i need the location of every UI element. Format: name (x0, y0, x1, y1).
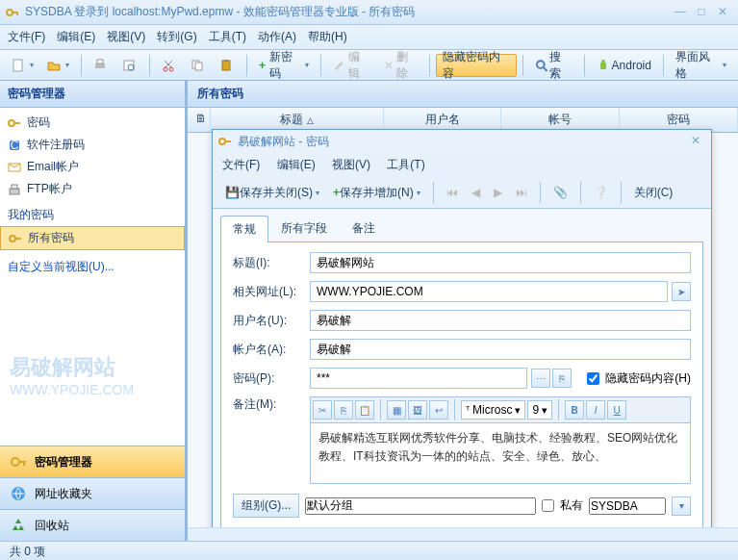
owner-field[interactable] (589, 497, 666, 515)
dialog-title: 易破解网站 - 密码 (238, 134, 686, 150)
label-memo: 备注(M): (233, 396, 310, 413)
side-nav: 密码管理器 网址收藏夹 回收站 (0, 445, 185, 541)
pwd-action1-icon[interactable]: ⋯ (531, 369, 550, 388)
android-button[interactable]: Android (591, 54, 657, 77)
menu-edit[interactable]: 编辑(E) (57, 29, 95, 45)
tree-item-all-passwords[interactable]: 所有密码 (0, 226, 185, 250)
svg-rect-23 (10, 189, 19, 194)
new-password-button[interactable]: +新密码▾ (253, 54, 315, 77)
status-count: 共 0 项 (10, 545, 45, 558)
maximize-button[interactable]: □ (692, 5, 711, 20)
copy-icon[interactable] (185, 54, 212, 77)
paste-icon-memo[interactable]: 📋 (355, 400, 374, 420)
nav-next-icon[interactable]: ▶ (489, 181, 507, 204)
title-field[interactable] (310, 252, 691, 273)
menubar: 文件(F) 编辑(E) 视图(V) 转到(G) 工具(T) 动作(A) 帮助(H… (0, 25, 738, 50)
dlg-menu-edit[interactable]: 编辑(E) (277, 158, 316, 171)
dlg-menu-view[interactable]: 视图(V) (332, 158, 370, 171)
new-doc-icon[interactable]: ▾ (6, 54, 39, 77)
svg-point-27 (12, 458, 19, 466)
attach-icon[interactable]: 📎 (548, 181, 573, 204)
font-select[interactable]: ᵀ Microsc ▾ (461, 400, 525, 420)
search-button[interactable]: 搜索 (529, 54, 578, 77)
hide-password-button[interactable]: 隐藏密码内容 (436, 54, 517, 77)
ui-style-button[interactable]: 界面风格▾ (670, 54, 732, 77)
underline-icon[interactable]: U (607, 400, 626, 420)
custom-view-link[interactable]: 自定义当前视图(U)... (0, 256, 185, 278)
dlg-menu-tools[interactable]: 工具(T) (387, 158, 424, 171)
copy-icon-memo[interactable]: ⎘ (334, 400, 353, 420)
tree-item-password[interactable]: 密码 (0, 112, 185, 134)
minimize-button[interactable]: — (671, 5, 690, 20)
scrollbar-h[interactable] (188, 527, 738, 541)
pwd-action2-icon[interactable]: ⎘ (552, 369, 572, 388)
menu-file[interactable]: 文件(F) (8, 29, 45, 45)
tab-memo[interactable]: 备注 (340, 215, 388, 242)
svg-rect-2 (16, 12, 18, 15)
table-icon[interactable]: ▦ (387, 400, 406, 420)
group-button[interactable]: 组别(G)... (233, 494, 299, 518)
help-icon[interactable]: ❔ (589, 181, 613, 204)
break-icon[interactable]: ↩ (429, 400, 448, 420)
close-button[interactable]: ✕ (713, 5, 732, 20)
dialog-titlebar: 易破解网站 - 密码 ✕ (213, 130, 711, 153)
save-add-button[interactable]: + 保存并增加(N)▾ (328, 181, 425, 204)
private-checkbox[interactable] (542, 499, 554, 512)
account-field[interactable] (310, 339, 691, 360)
cut-icon[interactable] (156, 54, 183, 77)
memo-textarea[interactable]: 易破解精选互联网优秀软件分享、电脑技术、经验教程、SEO网站优化教程、IT科技资… (310, 422, 691, 484)
nav-last-icon[interactable]: ⏭ (511, 181, 532, 204)
label-user: 用户名(U): (233, 313, 310, 329)
nav-password-manager[interactable]: 密码管理器 (0, 445, 185, 477)
menu-help[interactable]: 帮助(H) (308, 29, 347, 45)
edit-dialog: 易破解网站 - 密码 ✕ 文件(F) 编辑(E) 视图(V) 工具(T) 💾 保… (212, 129, 712, 533)
private-label: 私有 (560, 497, 583, 514)
svg-rect-16 (600, 63, 606, 69)
label-password: 密码(P): (233, 370, 310, 387)
delete-button[interactable]: ✕删除 (378, 54, 424, 77)
svg-text:C: C (11, 139, 19, 152)
image-icon[interactable]: 🖼 (408, 400, 427, 420)
menu-goto[interactable]: 转到(G) (157, 29, 196, 45)
group-field[interactable] (305, 497, 536, 515)
tab-general[interactable]: 常规 (220, 216, 268, 242)
col-icon[interactable]: 🗎 (188, 108, 211, 132)
owner-dropdown-icon[interactable]: ▾ (672, 496, 691, 516)
nav-first-icon[interactable]: ⏮ (442, 181, 463, 204)
svg-rect-32 (224, 140, 231, 142)
nav-bookmarks[interactable]: 网址收藏夹 (0, 477, 185, 509)
menu-action[interactable]: 动作(A) (258, 29, 296, 45)
window-title: SYSDBA 登录到 localhost:MyPwd.epmw - 效能密码管理… (25, 4, 671, 20)
tree-my-header: 我的密码 (0, 204, 185, 226)
dialog-close-button[interactable]: ✕ (686, 134, 705, 149)
svg-rect-12 (222, 61, 230, 70)
tree-item-software[interactable]: C软件注册码 (0, 134, 185, 156)
open-icon[interactable]: ▾ (41, 54, 75, 77)
bold-icon[interactable]: B (565, 400, 584, 420)
cut-icon-memo[interactable]: ✂ (313, 400, 332, 420)
hide-pwd-checkbox[interactable] (587, 372, 599, 385)
fontsize-select[interactable]: 9 ▾ (527, 400, 552, 420)
tab-all-fields[interactable]: 所有字段 (268, 215, 340, 242)
edit-button[interactable]: 编辑 (327, 54, 376, 77)
menu-view[interactable]: 视图(V) (107, 29, 145, 45)
menu-tools[interactable]: 工具(T) (209, 29, 246, 45)
url-go-icon[interactable]: ➤ (672, 282, 691, 301)
save-close-button[interactable]: 💾 保存并关闭(S)▾ (220, 181, 324, 204)
close-button-dlg[interactable]: 关闭(C) (629, 181, 678, 204)
url-field[interactable] (310, 281, 668, 302)
italic-icon[interactable]: I (586, 400, 605, 420)
password-field[interactable] (310, 368, 527, 389)
tree-item-ftp[interactable]: FTP帐户 (0, 178, 185, 200)
paste-icon[interactable] (214, 54, 241, 77)
tree-item-email[interactable]: Email帐户 (0, 156, 185, 178)
dlg-menu-file[interactable]: 文件(F) (222, 158, 260, 171)
nav-prev-icon[interactable]: ◀ (467, 181, 485, 204)
sidebar: 密码管理器 密码 C软件注册码 Email帐户 FTP帐户 我的密码 所有密码 … (0, 81, 188, 541)
dialog-icon (218, 135, 232, 148)
print-icon[interactable] (88, 54, 115, 77)
preview-icon[interactable] (116, 54, 143, 77)
user-field[interactable] (310, 310, 691, 331)
nav-recycle[interactable]: 回收站 (0, 509, 185, 541)
svg-line-15 (544, 66, 547, 70)
